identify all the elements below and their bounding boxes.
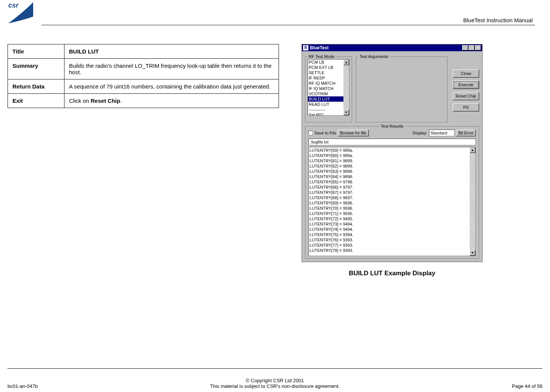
result-line: LUTENTRY[78] = 9393. [309,248,475,253]
page-header: csr BlueTest Instruction Manual [8,0,542,25]
list-item[interactable]: PCM EXT LB [308,65,349,70]
row-label: Return Data [8,79,64,94]
manual-title: BlueTest Instruction Manual [463,17,535,23]
row-value: BUILD LUT [64,44,279,59]
result-line: LUTENTRY[72] = 9495. [309,216,475,221]
test-arguments-group: Test Arguments [356,56,447,122]
display-label: Display: [413,131,427,135]
list-item[interactable]: RF IQ MATCH [308,81,349,86]
results-legend: Test Results [380,124,404,128]
args-legend: Test Arguments [358,54,389,59]
result-line: LUTENTRY[68] = 9697. [309,195,475,200]
result-line: LUTENTRY[62] = 9899. [309,163,475,169]
rf-test-mode-group: RF Test Mode PCM LBPCM EXT LBSETTLEIF RE… [305,56,352,122]
result-line: LUTENTRY[63] = 9898. [309,169,475,174]
table-row: Return DataA sequence of 79 uint16 numbe… [8,79,279,94]
copyright: © Copyright CSR Ltd 2001 [210,378,340,383]
result-line: LUTENTRY[69] = 9696. [309,200,475,206]
save-to-file-checkbox[interactable] [308,131,313,135]
results-listbox[interactable]: LUTENTRY[59] = 999a.LUTENTRY[60] = 999a.… [308,147,476,256]
table-row: ExitClick on Reset Chip. [8,94,279,108]
list-item[interactable]: BUILD LUT [308,96,349,102]
result-line: LUTENTRY[77] = 9393. [309,243,475,248]
result-line: LUTENTRY[71] = 9595. [309,211,475,216]
reset-chip-button[interactable]: Reset Chip [453,92,479,100]
sysmenu-icon[interactable]: B [303,45,308,50]
scroll-up-icon[interactable]: ▲ [470,147,475,153]
scroll-up-icon[interactable]: ▲ [343,59,349,65]
page-number: Page 44 of 56 [512,383,542,389]
result-line: LUTENTRY[74] = 9494. [309,227,475,232]
info-table: TitleBUILD LUTSummaryBuilds the radio's … [8,44,279,108]
scroll-down-icon[interactable]: ▼ [470,250,475,256]
ps-button[interactable]: PS [453,103,479,111]
result-line: LUTENTRY[70] = 9596. [309,206,475,211]
figure-caption: BUILD LUT Example Display [302,270,483,277]
rf-listbox[interactable]: PCM LBPCM EXT LBSETTLEIF RESPRF IQ MATCH… [308,59,349,116]
window-title: BlueTest [310,45,462,50]
list-item[interactable]: ------------ [308,107,349,112]
save-to-file-label: Save to File [314,131,336,135]
rf-scrollbar[interactable]: ▲ ▼ [343,59,349,115]
result-line: LUTENTRY[66] = 9797. [309,185,475,190]
result-line: LUTENTRY[75] = 9394. [309,232,475,237]
row-label: Summary [8,59,64,79]
browse-button[interactable]: Browse for file [338,130,369,136]
minimize-button[interactable]: _ [462,45,468,50]
list-item[interactable]: Set PIO [308,112,349,116]
row-label: Title [8,44,64,59]
list-item[interactable]: VCOTRIM [308,91,349,96]
row-value: Click on Reset Chip. [64,94,279,108]
result-line: LUTENTRY[67] = 9797. [309,190,475,195]
list-item[interactable]: SETTLE [308,70,349,75]
list-item[interactable]: IF RESP [308,75,349,81]
result-line: LUTENTRY[61] = 9899. [309,158,475,163]
list-item[interactable]: PCM LB [308,59,349,65]
result-line: LUTENTRY[73] = 9494. [309,221,475,227]
row-label: Exit [8,94,64,108]
list-item[interactable]: IF IQ MATCH [308,86,349,91]
results-scrollbar[interactable]: ▲ ▼ [470,147,475,256]
logfile-path-input[interactable]: .\logfile.txt [308,139,476,145]
bit-error-button[interactable]: Bit Error [456,130,476,136]
header-rule [41,25,535,25]
close-button[interactable]: Close [453,69,479,78]
result-line: LUTENTRY[59] = 999a. [309,148,475,153]
close-window-button[interactable]: × [475,45,481,50]
rf-legend: RF Test Mode [308,54,336,59]
page-footer: bc01-an-047b © Copyright CSR Ltd 2001 Th… [8,368,542,389]
row-value: Builds the radio's channel LO_TRIM frequ… [64,59,279,79]
bluetest-window: B BlueTest _ □ × RF Test Mode PCM LBPCM … [302,44,483,262]
display-select[interactable]: Standard [429,130,455,136]
execute-button[interactable]: Execute [453,81,479,89]
scroll-down-icon[interactable]: ▼ [343,110,349,115]
nda-notice: This material is subject to CSR's non-di… [210,383,340,389]
doc-id: bc01-an-047b [8,383,38,389]
logo-text: csr [8,2,19,9]
list-item[interactable]: READ LUT [308,102,349,107]
result-line: LUTENTRY[60] = 999a. [309,153,475,158]
result-line: LUTENTRY[65] = 9798. [309,179,475,185]
table-row: TitleBUILD LUT [8,44,279,59]
result-line: LUTENTRY[76] = 9393. [309,237,475,243]
logo: csr [8,2,41,25]
titlebar[interactable]: B BlueTest _ □ × [302,44,482,51]
maximize-button[interactable]: □ [469,45,475,50]
test-results-group: Test Results Save to File Browse for fil… [305,126,479,259]
table-row: SummaryBuilds the radio's channel LO_TRI… [8,59,279,79]
row-value: A sequence of 79 uint16 numbers, contain… [64,79,279,94]
result-line: LUTENTRY[64] = 9898. [309,174,475,179]
